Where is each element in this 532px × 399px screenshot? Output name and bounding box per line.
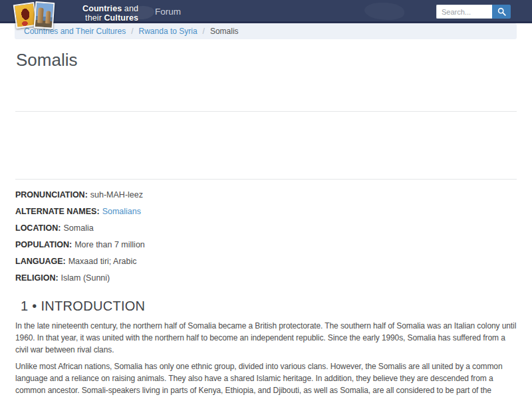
search-button[interactable]: [492, 5, 511, 19]
intro-paragraph-2: Unlike most African nations, Somalia has…: [15, 360, 517, 399]
top-header: Countries and their Cultures Forum: [0, 0, 532, 23]
fact-label: RELIGION:: [15, 273, 59, 283]
logo-word-their: their: [85, 13, 104, 23]
intro-paragraph-1: In the late nineteenth century, the nort…: [15, 320, 517, 356]
logo-word-cultures: Cultures: [104, 13, 138, 23]
breadcrumb-separator: /: [203, 27, 205, 36]
article-body: In the late nineteenth century, the nort…: [15, 320, 517, 399]
fact-value: Islam (Sunni): [61, 273, 110, 283]
fact-label: LOCATION:: [15, 223, 61, 233]
ad-placeholder: [15, 112, 517, 179]
fact-value: More than 7 million: [74, 240, 145, 249]
section-heading-introduction: 1 • INTRODUCTION: [21, 298, 517, 314]
article: Somalis PRONUNCIATION:suh-MAH-leez ALTER…: [0, 50, 532, 399]
breadcrumb-separator: /: [131, 27, 133, 36]
fact-label: PRONUNCIATION:: [15, 190, 88, 200]
page: Countries and their Cultures Forum Count…: [0, 0, 532, 399]
forum-link[interactable]: Forum: [155, 0, 181, 23]
search-input[interactable]: [436, 5, 492, 19]
search-bar: [436, 5, 511, 19]
fact-list: PRONUNCIATION:suh-MAH-leez ALTERNATE NAM…: [15, 190, 517, 283]
fact-row-alternate-names: ALTERNATE NAMES:Somalians: [15, 207, 517, 216]
fact-value: suh-MAH-leez: [90, 190, 143, 200]
logo-word-and: and: [122, 4, 138, 13]
logo-word-countries: Countries: [82, 4, 122, 13]
search-icon: [497, 7, 506, 16]
fact-row-pronunciation: PRONUNCIATION:suh-MAH-leez: [15, 190, 517, 200]
fact-row-location: LOCATION:Somalia: [15, 223, 517, 233]
fact-label: POPULATION:: [15, 240, 72, 249]
fact-row-religion: RELIGION:Islam (Sunni): [15, 273, 517, 283]
fact-row-population: POPULATION:More than 7 million: [15, 240, 517, 249]
fact-row-language: LANGUAGE:Maxaad tiri; Arabic: [15, 257, 517, 266]
fact-label: ALTERNATE NAMES:: [15, 207, 100, 216]
alternate-name-link[interactable]: Somalians: [102, 207, 141, 216]
logo-line-2: their Cultures: [56, 13, 138, 23]
fact-value: Maxaad tiri; Arabic: [68, 257, 137, 266]
site-logo-text: Countries and their Cultures: [56, 4, 138, 23]
breadcrumb-link-section[interactable]: Rwanda to Syria: [139, 27, 198, 36]
page-title: Somalis: [16, 50, 517, 70]
site-logo[interactable]: Countries and their Cultures: [15, 1, 128, 32]
breadcrumb-current: Somalis: [210, 27, 239, 36]
logo-line-1: Countries and: [56, 4, 138, 13]
divider: [15, 179, 517, 180]
fact-label: LANGUAGE:: [15, 257, 66, 266]
logo-photo-moai-icon: [34, 1, 55, 29]
fact-value: Somalia: [64, 223, 94, 233]
